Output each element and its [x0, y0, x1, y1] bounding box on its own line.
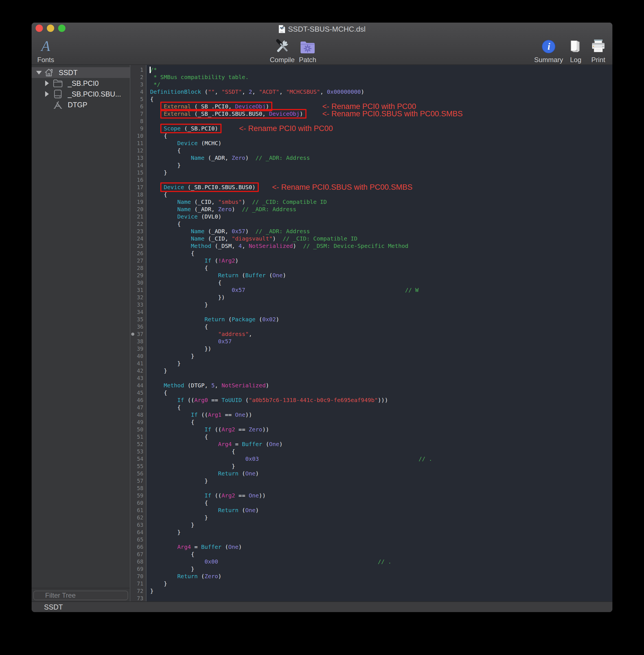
svg-text:DSL: DSL — [280, 31, 283, 33]
code-token — [150, 573, 177, 580]
code-token: { — [150, 132, 167, 139]
code-token: (_ADR, — [205, 228, 232, 234]
code-token: Return — [218, 470, 238, 477]
patch-highlight-box: Device (_SB.PCI0.SBUS.BUS0) — [160, 182, 259, 192]
line-number: 9 — [130, 125, 146, 132]
code-token: == — [235, 492, 249, 499]
code-token: , — [320, 88, 327, 95]
code-token: /* — [150, 66, 157, 73]
code-line — [146, 484, 613, 492]
code-line: If ((Arg2 == One)) — [146, 492, 613, 499]
filter-area — [31, 588, 130, 601]
line-number: 61 — [130, 506, 146, 514]
line-number: 8 — [130, 117, 146, 125]
code-token: ( — [238, 272, 245, 279]
summary-button[interactable]: i Summary — [534, 38, 563, 64]
code-token: , — [252, 88, 259, 95]
code-line: Return (One) — [146, 470, 613, 477]
code-line: Return (One) — [146, 506, 613, 514]
code-token: If — [205, 257, 211, 264]
titlebar: DSL SSDT-SBUS-MCHC.dsl — [31, 23, 613, 36]
code-token: Arg2 — [222, 426, 235, 433]
code-token: } — [150, 529, 181, 536]
code-line: { — [146, 191, 613, 198]
filter-tree-input[interactable] — [33, 591, 128, 600]
tree-item-ssdt[interactable]: SSDT — [31, 67, 130, 78]
line-number: 47 — [130, 404, 146, 411]
text-caret — [150, 67, 151, 73]
home-icon — [44, 68, 54, 77]
code-token: Name — [191, 235, 205, 242]
disclosure-collapsed-icon[interactable] — [45, 81, 49, 86]
fonts-button[interactable]: A Fonts — [31, 38, 60, 64]
code-token — [150, 507, 218, 514]
zoom-button[interactable] — [58, 25, 66, 32]
line-number: 14 — [130, 161, 146, 169]
tree-item-label: _SB.PCI0.SBU... — [68, 90, 121, 98]
line-number: 52 — [130, 441, 146, 448]
line-number: 1 — [130, 66, 146, 73]
line-number: 53 — [130, 448, 146, 455]
code-token: Scope — [164, 125, 181, 132]
patch-button[interactable]: Patch — [294, 38, 322, 64]
code-token: Arg1 — [208, 411, 222, 418]
line-number: 57 — [130, 477, 146, 484]
code-line: 0x00// . — [146, 558, 613, 565]
disclosure-expanded-icon[interactable] — [36, 71, 42, 74]
compile-button[interactable]: Compile — [268, 38, 296, 64]
code-token: Package — [232, 316, 255, 323]
code-token: ( — [201, 88, 208, 95]
svg-text:i: i — [548, 41, 550, 52]
code-token: ))) — [378, 397, 388, 403]
code-token: Buffer — [242, 441, 262, 448]
code-line: DefinitionBlock ("", "SSDT", 2, "ACDT", … — [146, 88, 613, 95]
print-button[interactable]: Print — [584, 38, 613, 64]
code-token: == — [235, 426, 249, 433]
line-number: 27 — [130, 257, 146, 264]
code-token: , — [279, 88, 286, 95]
code-token: "smbus" — [218, 199, 242, 205]
main-content: SSDT _SB.PCI0 — [31, 65, 613, 601]
code-line: { — [146, 419, 613, 426]
code-token: ) — [242, 199, 252, 205]
code-token: One — [249, 492, 259, 499]
code-token: "address" — [218, 331, 249, 337]
line-number: 2 — [130, 73, 146, 81]
code-area[interactable]: /* * SMBus compatibility table. */Defini… — [146, 65, 613, 601]
code-token: "a0b5b7c6-1318-441c-b0c9-fe695eaf949b" — [249, 397, 378, 403]
code-token: )) — [245, 411, 252, 418]
code-token: { — [150, 279, 222, 286]
tree-item-sb-pci0-sbus[interactable]: _SB.PCI0.SBU... — [31, 89, 130, 99]
line-number: 35 — [130, 316, 146, 323]
code-line: */ — [146, 81, 613, 88]
folder-icon — [53, 79, 63, 87]
code-token: 0x57 — [232, 228, 245, 234]
code-line: Device (DVL0) — [146, 213, 613, 220]
tree-item-label: DTGP — [68, 101, 87, 109]
code-token: ) — [293, 243, 303, 249]
disclosure-collapsed-icon[interactable] — [45, 91, 49, 97]
code-token: } — [150, 367, 167, 374]
code-line: Scope (_SB.PCI0)<- Rename PCI0 with PC00 — [146, 125, 613, 132]
code-token: Arg4 — [218, 441, 232, 448]
code-token: */ — [150, 81, 160, 88]
code-token: Method — [164, 382, 184, 389]
minimize-button[interactable] — [47, 25, 54, 32]
line-number: 38 — [130, 338, 146, 345]
code-token: Arg0 — [194, 397, 208, 403]
code-token: Method — [191, 243, 211, 249]
close-button[interactable] — [36, 25, 43, 32]
tree-item-sb-pci0[interactable]: _SB.PCI0 — [31, 78, 130, 89]
tree-item-dtgp[interactable]: DTGP — [31, 99, 130, 110]
code-token: 0x00 — [205, 558, 218, 565]
line-number: 11 — [130, 139, 146, 147]
code-token: Device — [177, 140, 198, 146]
document-proxy-icon[interactable]: DSL — [279, 25, 285, 33]
code-token: ( — [198, 573, 205, 580]
printer-icon — [591, 40, 606, 54]
compile-tools-icon — [275, 38, 290, 54]
code-line: { — [146, 448, 613, 455]
code-token: ) — [232, 206, 242, 212]
code-token: { — [150, 499, 208, 506]
code-line: Return (Zero) — [146, 572, 613, 580]
